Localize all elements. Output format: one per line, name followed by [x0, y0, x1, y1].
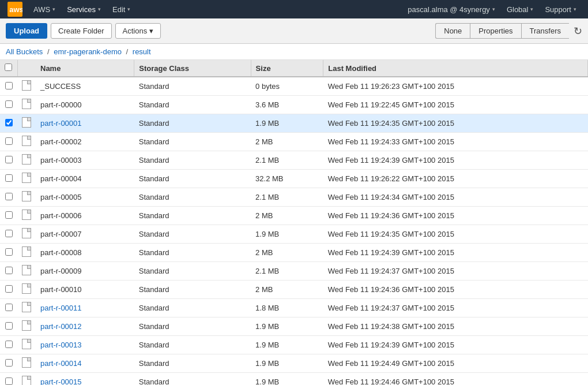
- table-row[interactable]: part-r-00012Standard1.9 MBWed Feb 11 19:…: [0, 317, 588, 336]
- row-checkbox-cell: [0, 244, 17, 262]
- row-checkbox[interactable]: [5, 137, 13, 145]
- table-row[interactable]: part-r-00006Standard2 MBWed Feb 11 19:24…: [0, 207, 588, 225]
- row-last-modified: Wed Feb 11 19:24:39 GMT+100 2015: [323, 151, 588, 170]
- services-chevron-icon: ▾: [98, 6, 101, 12]
- table-row[interactable]: part-r-00000Standard3.6 MBWed Feb 11 19:…: [0, 96, 588, 114]
- row-last-modified: Wed Feb 11 19:26:23 GMT+100 2015: [323, 77, 588, 96]
- row-checkbox-cell: [0, 225, 17, 244]
- row-name[interactable]: part-r-00004: [36, 170, 134, 188]
- table-row[interactable]: part-r-00004Standard32.2 MBWed Feb 11 19…: [0, 170, 588, 188]
- row-checkbox-cell: [0, 151, 17, 170]
- file-link[interactable]: part-r-00015: [40, 377, 82, 385]
- row-storage-class: Standard: [134, 114, 251, 133]
- file-icon: [22, 357, 31, 368]
- row-checkbox[interactable]: [5, 119, 13, 126]
- row-checkbox[interactable]: [5, 174, 13, 182]
- row-name[interactable]: _SUCCESS: [36, 77, 134, 96]
- table-row[interactable]: part-r-00013Standard1.9 MBWed Feb 11 19:…: [0, 336, 588, 354]
- breadcrumb-folder[interactable]: result: [133, 47, 151, 56]
- file-link[interactable]: part-r-00012: [40, 322, 82, 331]
- row-checkbox[interactable]: [5, 100, 13, 108]
- file-icon: [22, 191, 31, 201]
- row-checkbox[interactable]: [5, 285, 13, 293]
- file-link[interactable]: part-r-00013: [40, 341, 82, 349]
- row-checkbox[interactable]: [5, 82, 13, 89]
- row-name[interactable]: part-r-00007: [36, 225, 134, 244]
- row-name[interactable]: part-r-00001: [36, 114, 134, 133]
- row-last-modified: Wed Feb 11 19:24:39 GMT+100 2015: [323, 336, 588, 354]
- nav-support[interactable]: Support ▾: [539, 0, 582, 18]
- table-row[interactable]: part-r-00008Standard2 MBWed Feb 11 19:24…: [0, 244, 588, 262]
- file-link[interactable]: part-r-00014: [40, 359, 82, 368]
- row-name[interactable]: part-r-00011: [36, 299, 134, 317]
- nav-region[interactable]: Global ▾: [501, 0, 540, 18]
- row-checkbox[interactable]: [5, 304, 13, 311]
- select-all-checkbox[interactable]: [5, 63, 12, 71]
- table-row[interactable]: part-r-00001Standard1.9 MBWed Feb 11 19:…: [0, 114, 588, 133]
- breadcrumb-all-buckets[interactable]: All Buckets: [6, 47, 43, 56]
- nav-aws[interactable]: AWS ▾: [28, 0, 61, 18]
- create-folder-button[interactable]: Create Folder: [51, 23, 111, 39]
- row-checkbox[interactable]: [5, 341, 13, 348]
- refresh-button[interactable]: ↻: [574, 25, 582, 38]
- row-checkbox[interactable]: [5, 156, 13, 163]
- top-navigation: aws AWS ▾ Services ▾ Edit ▾ pascal.alma …: [0, 0, 588, 18]
- actions-button[interactable]: Actions ▾: [115, 23, 161, 39]
- row-name[interactable]: part-r-00000: [36, 96, 134, 114]
- nav-services[interactable]: Services ▾: [61, 0, 107, 18]
- row-checkbox[interactable]: [5, 193, 13, 200]
- row-size: 1.8 MB: [251, 299, 323, 317]
- file-link[interactable]: part-r-00001: [40, 119, 82, 128]
- row-checkbox-cell: [0, 77, 17, 96]
- row-checkbox[interactable]: [5, 211, 13, 219]
- table-row[interactable]: part-r-00009Standard2.1 MBWed Feb 11 19:…: [0, 262, 588, 281]
- table-row[interactable]: part-r-00003Standard2.1 MBWed Feb 11 19:…: [0, 151, 588, 170]
- row-last-modified: Wed Feb 11 19:24:38 GMT+100 2015: [323, 317, 588, 336]
- row-name[interactable]: part-r-00008: [36, 244, 134, 262]
- nav-user[interactable]: pascal.alma @ 4synergy ▾: [402, 0, 501, 18]
- table-row[interactable]: part-r-00002Standard2 MBWed Feb 11 19:24…: [0, 133, 588, 151]
- row-name[interactable]: part-r-00014: [36, 354, 134, 373]
- upload-button[interactable]: Upload: [6, 23, 47, 39]
- row-name[interactable]: part-r-00005: [36, 188, 134, 207]
- tab-properties[interactable]: Properties: [470, 23, 521, 39]
- aws-logo[interactable]: aws: [6, 0, 24, 18]
- row-checkbox[interactable]: [5, 377, 13, 385]
- row-checkbox[interactable]: [5, 322, 13, 330]
- row-name[interactable]: part-r-00012: [36, 317, 134, 336]
- table-row[interactable]: _SUCCESSStandard0 bytesWed Feb 11 19:26:…: [0, 77, 588, 96]
- row-name[interactable]: part-r-00010: [36, 281, 134, 299]
- row-size: 2 MB: [251, 281, 323, 299]
- table-row[interactable]: part-r-00007Standard1.9 MBWed Feb 11 19:…: [0, 225, 588, 244]
- file-link[interactable]: part-r-00011: [40, 304, 82, 312]
- nav-edit[interactable]: Edit ▾: [107, 0, 136, 18]
- row-icon-cell: [17, 281, 36, 299]
- row-checkbox[interactable]: [5, 267, 13, 274]
- file-icon: [22, 136, 31, 146]
- breadcrumb-bucket[interactable]: emr-pagerank-demo: [54, 47, 122, 56]
- table-row[interactable]: part-r-00011Standard1.8 MBWed Feb 11 19:…: [0, 299, 588, 317]
- row-name[interactable]: part-r-00006: [36, 207, 134, 225]
- row-name[interactable]: part-r-00013: [36, 336, 134, 354]
- table-row[interactable]: part-r-00005Standard2.1 MBWed Feb 11 19:…: [0, 188, 588, 207]
- row-checkbox[interactable]: [5, 359, 13, 367]
- header-last-modified: Last Modified: [323, 60, 588, 77]
- row-name[interactable]: part-r-00009: [36, 262, 134, 281]
- row-storage-class: Standard: [134, 151, 251, 170]
- row-last-modified: Wed Feb 11 19:24:49 GMT+100 2015: [323, 354, 588, 373]
- row-checkbox[interactable]: [5, 248, 13, 256]
- row-name[interactable]: part-r-00015: [36, 373, 134, 386]
- row-name[interactable]: part-r-00003: [36, 151, 134, 170]
- tab-transfers[interactable]: Transfers: [521, 23, 569, 39]
- table-row[interactable]: part-r-00015Standard1.9 MBWed Feb 11 19:…: [0, 373, 588, 386]
- row-name[interactable]: part-r-00002: [36, 133, 134, 151]
- row-icon-cell: [17, 151, 36, 170]
- row-storage-class: Standard: [134, 133, 251, 151]
- tab-none[interactable]: None: [435, 23, 470, 39]
- row-checkbox[interactable]: [5, 230, 13, 237]
- row-size: 2 MB: [251, 133, 323, 151]
- table-row[interactable]: part-r-00014Standard1.9 MBWed Feb 11 19:…: [0, 354, 588, 373]
- table-row[interactable]: part-r-00010Standard2 MBWed Feb 11 19:24…: [0, 281, 588, 299]
- support-chevron-icon: ▾: [574, 6, 576, 12]
- header-checkbox[interactable]: [0, 60, 17, 77]
